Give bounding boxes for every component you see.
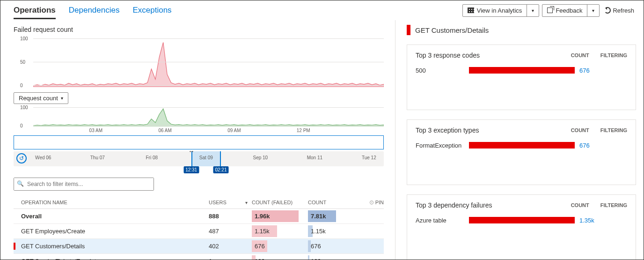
card-row-name: Azure table <box>416 217 469 224</box>
row-count-failed: 1.15k <box>252 224 308 238</box>
card-row[interactable]: Azure table1.35k <box>416 215 627 225</box>
chevron-down-icon: ▾ <box>61 96 63 101</box>
card-col-count: COUNT <box>571 202 589 208</box>
day-tick: Tue 12 <box>362 155 376 160</box>
refresh-button[interactable]: Refresh <box>602 5 636 16</box>
pin-icon: ⊙ <box>369 199 374 206</box>
view-analytics-label: View in Analytics <box>477 7 522 14</box>
row-name: GET Customers/Details <box>14 243 209 250</box>
card-row[interactable]: 500676 <box>416 66 627 75</box>
card-row-bar <box>469 217 575 223</box>
refresh-label: Refresh <box>613 7 634 14</box>
day-tick: Sep 10 <box>253 155 268 160</box>
ytick: 100 <box>20 36 28 41</box>
col-operation-name[interactable]: OPERATION NAME <box>14 200 209 205</box>
ytick: 100 <box>20 105 28 110</box>
row-count: 129 <box>308 254 364 260</box>
card-title: Top 3 exception types <box>416 126 479 134</box>
row-users: 402 <box>209 243 245 250</box>
table-row[interactable]: GET Customers/Details402676676 <box>14 239 384 254</box>
row-count-failed: 129 <box>252 254 308 260</box>
metric-label: Request count <box>19 95 58 102</box>
card-row-bar <box>469 67 575 74</box>
col-count-failed[interactable]: COUNT (FAILED) <box>252 200 308 205</box>
col-count[interactable]: COUNT <box>308 200 364 205</box>
row-count-failed: 676 <box>252 239 308 253</box>
tab-dependencies[interactable]: Dependencies <box>69 2 120 19</box>
row-users: 888 <box>209 213 245 220</box>
feedback-button[interactable]: Feedback <box>542 5 587 16</box>
analytics-icon <box>468 7 474 13</box>
card-row[interactable]: FormatException676 <box>416 141 627 150</box>
tab-exceptions[interactable]: Exceptions <box>132 2 171 19</box>
row-count-failed: 1.96k <box>252 209 308 223</box>
card-row-bar <box>469 142 575 149</box>
feedback-label: Feedback <box>556 7 582 14</box>
ytick: 0 <box>20 123 23 128</box>
day-tick: Fri 08 <box>146 155 158 160</box>
view-analytics-chevron[interactable]: ▾ <box>527 5 539 16</box>
card-title: Top 3 dependency failures <box>416 201 492 209</box>
table-row[interactable]: GET Employees/Create4871.15k1.15k <box>14 224 384 239</box>
col-users[interactable]: USERS <box>209 200 245 205</box>
request-count-chart[interactable]: 100 0 <box>14 106 384 127</box>
hour-tick: 06 AM <box>158 128 171 133</box>
table-row[interactable]: GET ServiceTickets/Escalate1129129 <box>14 254 384 260</box>
chevron-down-icon: ▾ <box>532 8 534 13</box>
hour-tick: 09 AM <box>227 128 241 133</box>
day-axis[interactable]: ↺ ↔ 12:31 02:21 Wed 06Thu 07Fri 08Sat 09… <box>14 151 384 166</box>
card-col-filtering: FILTERING <box>600 127 627 133</box>
pin-label: PIN <box>375 200 384 205</box>
resize-handle-icon: ↔ <box>188 148 194 155</box>
search-icon: 🔍 <box>17 180 24 187</box>
feedback-chevron[interactable]: ▾ <box>587 5 599 16</box>
hour-tick: 12 PM <box>297 128 310 133</box>
tab-operations[interactable]: Operations <box>14 2 56 19</box>
day-tick: Mon 11 <box>307 155 322 160</box>
ytick: 50 <box>20 59 25 65</box>
popout-icon <box>547 7 553 13</box>
failed-request-chart[interactable]: 100 50 0 <box>14 36 384 88</box>
refresh-icon <box>604 7 611 14</box>
card-row-name: FormatException <box>416 142 469 149</box>
card-col-filtering: FILTERING <box>600 202 627 208</box>
card-col-count: COUNT <box>571 52 589 58</box>
detail-card: Top 3 dependency failuresCOUNTFILTERINGA… <box>407 194 636 260</box>
card-row-value[interactable]: 1.35k <box>575 217 601 224</box>
card-row-value[interactable]: 676 <box>575 142 601 149</box>
reset-zoom-button[interactable]: ↺ <box>16 153 27 163</box>
row-count: 1.15k <box>308 224 364 238</box>
brush-region[interactable] <box>14 135 384 149</box>
row-count: 7.81k <box>308 209 364 223</box>
day-tick: Thu 07 <box>90 155 105 160</box>
hour-tick: 03 AM <box>89 128 102 133</box>
day-tick: Wed 06 <box>35 155 51 160</box>
view-analytics-button[interactable]: View in Analytics <box>463 5 527 16</box>
col-pin: ⊙ PIN <box>364 199 384 206</box>
detail-title: GET Customers/Details <box>415 26 489 34</box>
selection-end-flag: 02:21 <box>213 166 228 173</box>
selection-start-flag: 12:31 <box>183 166 199 173</box>
card-row-value[interactable]: 676 <box>575 67 601 74</box>
card-col-count: COUNT <box>571 127 589 133</box>
chart1-title: Failed request count <box>14 26 395 33</box>
operations-grid: OPERATION NAME USERS ▾ COUNT (FAILED) CO… <box>14 196 384 260</box>
row-name: Overall <box>14 213 209 220</box>
hour-axis: 03 AM06 AM09 AM12 PM <box>27 127 373 136</box>
table-row[interactable]: Overall8881.96k7.81k <box>14 209 384 224</box>
row-users: 1 <box>209 258 245 260</box>
metric-dropdown[interactable]: Request count ▾ <box>14 92 68 104</box>
sort-chevron-icon[interactable]: ▾ <box>245 200 248 205</box>
ytick: 0 <box>20 83 23 88</box>
search-input[interactable] <box>14 178 154 190</box>
row-name: GET Employees/Create <box>14 228 209 235</box>
row-name: GET ServiceTickets/Escalate <box>14 258 209 260</box>
card-title: Top 3 response codes <box>416 52 480 59</box>
card-row-name: 500 <box>416 67 469 74</box>
card-col-filtering: FILTERING <box>600 52 627 58</box>
detail-accent-bar <box>407 25 410 35</box>
chevron-down-icon: ▾ <box>592 8 594 13</box>
detail-card: Top 3 exception typesCOUNTFILTERINGForma… <box>407 119 636 185</box>
search-box[interactable]: 🔍 <box>14 178 154 191</box>
row-users: 487 <box>209 228 245 235</box>
